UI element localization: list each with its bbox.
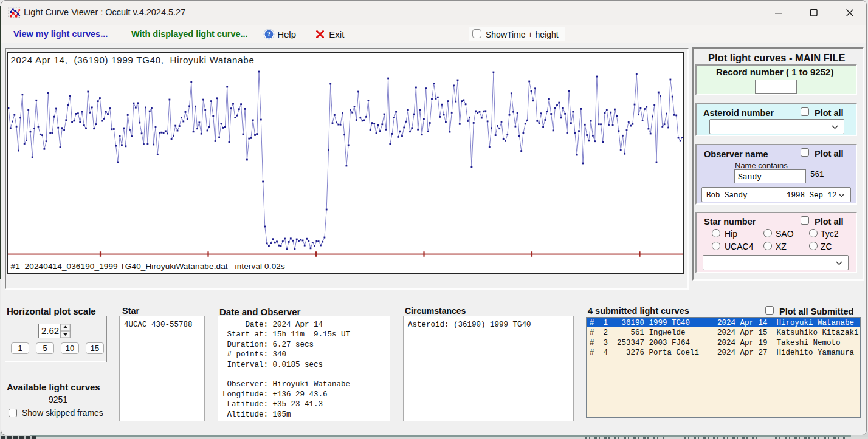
svg-text:?: ? [267,30,271,38]
